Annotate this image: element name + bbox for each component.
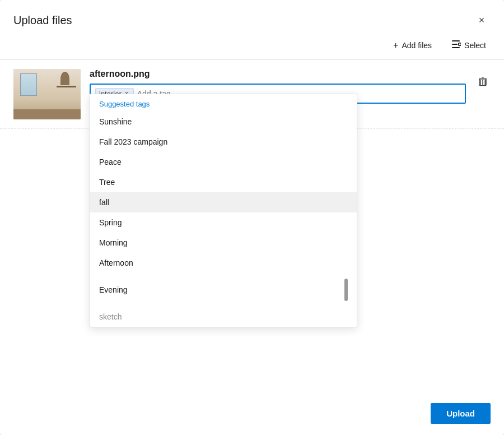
dropdown-item-spring[interactable]: Spring: [90, 212, 357, 233]
file-name: afternoon.png: [90, 69, 466, 79]
dropdown-item-fall[interactable]: fall: [90, 192, 357, 212]
svg-rect-6: [480, 80, 481, 85]
svg-rect-0: [452, 40, 460, 41]
suggested-tags-label: Suggested tags: [90, 94, 357, 112]
dialog-footer: Upload: [0, 392, 504, 435]
svg-point-2: [459, 43, 461, 46]
dropdown-item-sunshine[interactable]: Sunshine: [90, 112, 357, 132]
upload-button[interactable]: Upload: [431, 403, 491, 424]
file-row: afternoon.png interior × Suggested tags …: [0, 60, 504, 129]
scrollbar-thumb: [344, 279, 348, 301]
dropdown-item-fall2023[interactable]: Fall 2023 campaign: [90, 132, 357, 152]
dropdown-item-peace[interactable]: Peace: [90, 152, 357, 172]
close-button[interactable]: ×: [473, 11, 491, 29]
dropdown-item-morning[interactable]: Morning: [90, 233, 357, 253]
upload-files-dialog: Upload files × + Add files Select: [0, 0, 504, 435]
dropdown-item-afternoon[interactable]: Afternoon: [90, 253, 357, 273]
svg-rect-7: [482, 80, 483, 85]
file-info: afternoon.png interior × Suggested tags …: [90, 69, 466, 104]
add-files-label: Add files: [402, 41, 432, 50]
select-icon: [452, 40, 461, 50]
dropdown-item-sketch[interactable]: sketch: [90, 307, 357, 327]
svg-rect-5: [482, 77, 484, 78]
dropdown-item-evening[interactable]: Evening: [90, 273, 357, 307]
dialog-header: Upload files ×: [0, 0, 504, 38]
select-button[interactable]: Select: [447, 38, 491, 53]
add-files-button[interactable]: + Add files: [389, 38, 436, 53]
file-thumbnail: [13, 69, 81, 119]
tag-dropdown: Suggested tags Sunshine Fall 2023 campai…: [90, 94, 357, 327]
dialog-toolbar: + Add files Select: [0, 38, 504, 60]
add-icon: +: [393, 40, 398, 50]
svg-rect-1: [452, 44, 458, 45]
dropdown-item-tree[interactable]: Tree: [90, 172, 357, 192]
dialog-title: Upload files: [13, 14, 72, 27]
svg-rect-8: [485, 80, 486, 85]
select-label: Select: [464, 41, 486, 50]
delete-file-button[interactable]: [475, 73, 491, 92]
svg-rect-3: [452, 47, 460, 48]
